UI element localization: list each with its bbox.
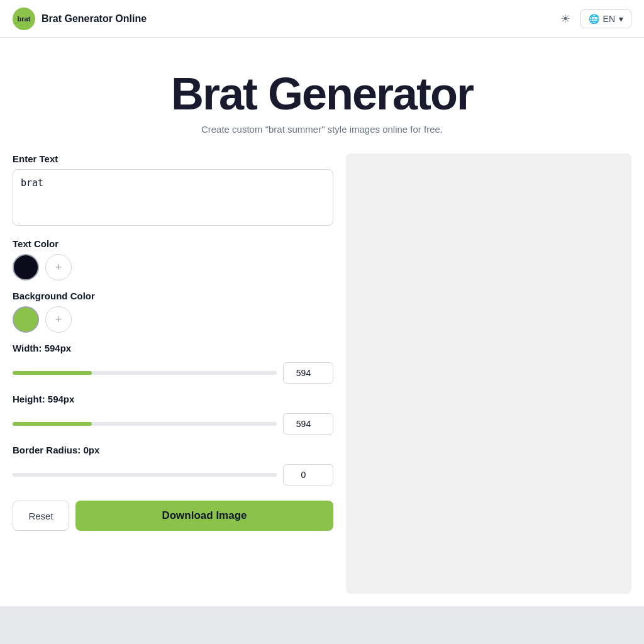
- width-slider-fill: [13, 371, 92, 375]
- text-color-label: Text Color: [13, 238, 333, 249]
- width-section: Width: 594px: [13, 343, 333, 384]
- add-text-color-button[interactable]: +: [45, 254, 72, 280]
- text-color-swatch[interactable]: [13, 254, 39, 280]
- action-row: Reset Download Image: [13, 501, 333, 531]
- add-bg-color-button[interactable]: +: [45, 306, 72, 333]
- width-input[interactable]: [283, 362, 333, 384]
- width-slider[interactable]: [13, 371, 277, 375]
- chevron-down-icon: ▾: [619, 14, 623, 24]
- bg-color-section: Background Color +: [13, 291, 333, 333]
- main-content: Brat Generator Create custom "brat summe…: [0, 38, 644, 606]
- enter-text-label: Enter Text: [13, 153, 333, 164]
- height-slider[interactable]: [13, 422, 277, 426]
- header-right: ☀ 🌐 EN ▾: [558, 9, 631, 28]
- site-title: Brat Generator Online: [42, 13, 147, 25]
- height-slider-fill: [13, 422, 92, 426]
- width-slider-row: [13, 362, 333, 384]
- lang-icon: 🌐: [589, 14, 599, 24]
- text-input-section: Enter Text: [13, 153, 333, 228]
- height-slider-row: [13, 413, 333, 435]
- page-subtitle: Create custom "brat summer" style images…: [13, 124, 631, 135]
- logo-icon: brat: [13, 8, 35, 30]
- page-hero: Brat Generator Create custom "brat summe…: [13, 57, 631, 153]
- footer-area: [0, 606, 644, 644]
- border-radius-input[interactable]: [283, 464, 333, 486]
- theme-toggle-button[interactable]: ☀: [558, 9, 573, 28]
- language-selector-button[interactable]: 🌐 EN ▾: [580, 9, 631, 28]
- border-radius-slider[interactable]: [13, 473, 277, 477]
- header: brat Brat Generator Online ☀ 🌐 EN ▾: [0, 0, 644, 38]
- width-label: Width: 594px: [13, 343, 333, 353]
- text-color-row: +: [13, 254, 333, 280]
- text-color-section: Text Color +: [13, 238, 333, 280]
- height-label: Height: 594px: [13, 394, 333, 404]
- border-radius-section: Border Radius: 0px: [13, 445, 333, 486]
- header-left: brat Brat Generator Online: [13, 8, 147, 30]
- height-input[interactable]: [283, 413, 333, 435]
- download-button[interactable]: Download Image: [75, 501, 333, 531]
- controls-panel: Enter Text Text Color + Background Color: [13, 153, 333, 594]
- reset-button[interactable]: Reset: [13, 501, 69, 531]
- lang-label: EN: [603, 14, 615, 24]
- text-input[interactable]: [13, 169, 333, 226]
- bg-color-swatch[interactable]: [13, 306, 39, 333]
- page-title: Brat Generator: [13, 69, 631, 119]
- bg-color-row: +: [13, 306, 333, 333]
- content-grid: Enter Text Text Color + Background Color: [13, 153, 631, 594]
- bg-color-label: Background Color: [13, 291, 333, 301]
- height-section: Height: 594px: [13, 394, 333, 435]
- image-preview-panel: [346, 153, 631, 594]
- border-radius-slider-row: [13, 464, 333, 486]
- border-radius-label: Border Radius: 0px: [13, 445, 333, 455]
